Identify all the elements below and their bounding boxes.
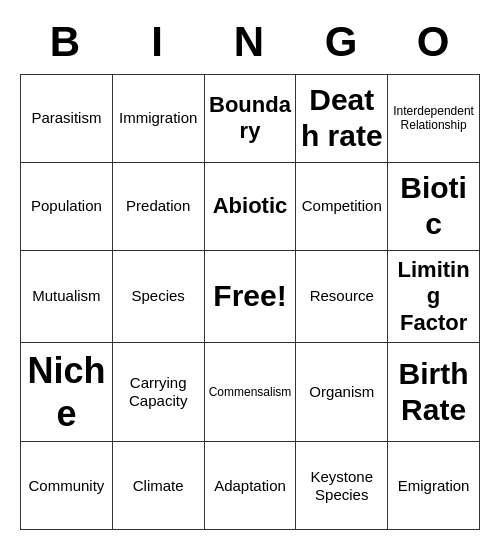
bingo-cell-7: Abiotic	[205, 163, 297, 251]
cell-text-2: Boundary	[209, 92, 292, 145]
bingo-cell-24: Emigration	[388, 442, 480, 530]
bingo-cell-20: Community	[21, 442, 113, 530]
cell-text-22: Adaptation	[214, 477, 286, 495]
cell-text-19: Birth Rate	[392, 356, 475, 428]
cell-text-0: Parasitism	[31, 109, 101, 127]
header-letter-g: G	[296, 14, 388, 74]
cell-text-12: Free!	[213, 278, 286, 314]
header-letter-i: I	[112, 14, 204, 74]
bingo-cell-4: Interdependent Relationship	[388, 75, 480, 163]
bingo-cell-0: Parasitism	[21, 75, 113, 163]
cell-text-8: Competition	[302, 197, 382, 215]
cell-text-16: Carrying Capacity	[117, 374, 200, 410]
cell-text-10: Mutualism	[32, 287, 100, 305]
cell-text-20: Community	[28, 477, 104, 495]
bingo-cell-8: Competition	[296, 163, 388, 251]
bingo-cell-23: Keystone Species	[296, 442, 388, 530]
cell-text-14: Limiting Factor	[392, 257, 475, 336]
bingo-cell-3: Death rate	[296, 75, 388, 163]
header-letter-o: O	[388, 14, 480, 74]
bingo-cell-13: Resource	[296, 251, 388, 343]
bingo-cell-12: Free!	[205, 251, 297, 343]
bingo-grid: ParasitismImmigrationBoundaryDeath rateI…	[20, 74, 480, 531]
bingo-cell-14: Limiting Factor	[388, 251, 480, 343]
bingo-cell-16: Carrying Capacity	[113, 343, 205, 442]
cell-text-17: Commensalism	[209, 385, 292, 399]
cell-text-1: Immigration	[119, 109, 197, 127]
bingo-cell-2: Boundary	[205, 75, 297, 163]
cell-text-11: Species	[132, 287, 185, 305]
bingo-cell-1: Immigration	[113, 75, 205, 163]
bingo-cell-5: Population	[21, 163, 113, 251]
bingo-cell-22: Adaptation	[205, 442, 297, 530]
bingo-cell-17: Commensalism	[205, 343, 297, 442]
cell-text-18: Organism	[309, 383, 374, 401]
bingo-cell-11: Species	[113, 251, 205, 343]
cell-text-24: Emigration	[398, 477, 470, 495]
cell-text-13: Resource	[310, 287, 374, 305]
bingo-cell-15: Niche	[21, 343, 113, 442]
bingo-cell-10: Mutualism	[21, 251, 113, 343]
bingo-cell-6: Predation	[113, 163, 205, 251]
header-letter-n: N	[204, 14, 296, 74]
cell-text-5: Population	[31, 197, 102, 215]
header-letter-b: B	[20, 14, 112, 74]
cell-text-7: Abiotic	[213, 193, 288, 219]
bingo-cell-18: Organism	[296, 343, 388, 442]
cell-text-6: Predation	[126, 197, 190, 215]
bingo-header: BINGO	[20, 14, 480, 74]
cell-text-15: Niche	[25, 349, 108, 435]
cell-text-3: Death rate	[300, 82, 383, 154]
cell-text-23: Keystone Species	[300, 468, 383, 504]
bingo-cell-21: Climate	[113, 442, 205, 530]
bingo-cell-9: Biotic	[388, 163, 480, 251]
cell-text-9: Biotic	[392, 170, 475, 242]
bingo-card: BINGO ParasitismImmigrationBoundaryDeath…	[10, 4, 490, 541]
cell-text-4: Interdependent Relationship	[392, 104, 475, 133]
cell-text-21: Climate	[133, 477, 184, 495]
bingo-cell-19: Birth Rate	[388, 343, 480, 442]
